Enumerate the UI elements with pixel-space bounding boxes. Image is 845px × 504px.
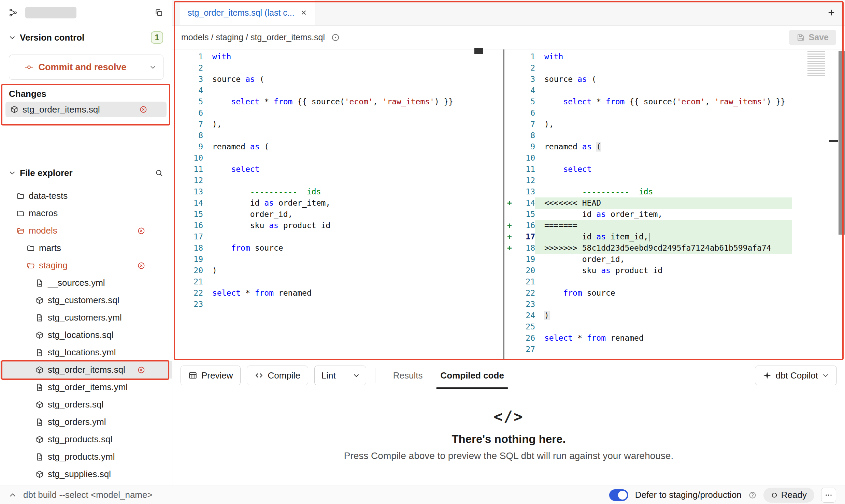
code-line[interactable]: 5 select * from {{ source('ecom', 'raw_i… [172,96,483,107]
compile-button[interactable]: Compile [247,366,308,385]
editor-pane-original[interactable]: 1with23source as (45 select * from {{ so… [172,49,483,360]
scrollbar-thumb[interactable] [839,51,845,235]
close-icon[interactable] [300,9,307,16]
code-line[interactable]: 4 [505,85,830,96]
tree-item-stg-order-items-yml[interactable]: stg_order_items.yml [0,379,172,396]
search-icon[interactable] [155,169,163,177]
code-line[interactable]: +16======= [505,220,830,231]
code-line[interactable]: 25 [505,321,830,332]
lineage-icon[interactable] [331,33,340,42]
changed-file-row[interactable]: stg_order_items.sql [5,102,167,117]
more-options-button[interactable] [821,488,836,503]
version-control-header[interactable]: Version control 1 [0,30,172,45]
file-explorer-header[interactable]: File explorer [0,165,172,180]
code-line[interactable]: 11 select [172,164,483,175]
code-line[interactable]: 1with [172,51,483,62]
code-line[interactable]: 10 [505,152,830,164]
preview-button[interactable]: Preview [181,366,241,385]
tree-item-stg-customers-sql[interactable]: stg_customers.sql [0,292,172,309]
code-line[interactable]: 13 ---------- ids [172,186,483,197]
code-line[interactable]: 3source as ( [172,74,483,85]
code-line[interactable]: +14<<<<<<< HEAD [505,197,830,209]
lint-button[interactable]: Lint [315,366,343,385]
code-line[interactable]: 2 [505,62,830,74]
code-line[interactable]: +18>>>>>>> 58c1dd23d5eebd9cd2495fa7124ab… [505,242,830,254]
copy-icon[interactable] [154,8,163,17]
code-line[interactable]: 8 [505,130,830,141]
code-line[interactable]: 6 [172,107,483,119]
code-line[interactable]: 9renamed as ( [172,141,483,152]
code-line[interactable]: 7), [172,119,483,130]
discard-change-icon[interactable] [137,262,145,270]
code-line[interactable]: 19 order_id, [505,254,830,265]
defer-toggle[interactable] [609,489,628,501]
code-line[interactable]: 7), [505,119,830,130]
code-line[interactable]: 20) [172,265,483,276]
code-line[interactable]: 22 from source [505,287,830,299]
code-line[interactable]: 20 sku as product_id [505,265,830,276]
code-line[interactable]: 21 [505,276,830,287]
tree-item-stg-products-sql[interactable]: stg_products.sql [0,431,172,448]
tree-item-stg-locations-yml[interactable]: stg_locations.yml [0,344,172,361]
tree-item-stg-orders-sql[interactable]: stg_orders.sql [0,396,172,413]
panel-tab-results[interactable]: Results [384,362,432,389]
tab-stg-order-items[interactable]: stg_order_items.sql (last c... [180,0,315,25]
code-line[interactable]: 16 sku as product_id [172,220,483,231]
commit-and-resolve-button[interactable]: Commit and resolve [9,55,163,80]
commit-main-segment[interactable]: Commit and resolve [9,55,142,79]
code-line[interactable]: 5 select * from {{ source('ecom', 'raw_i… [505,96,830,107]
code-line[interactable]: 10 [172,152,483,164]
lint-options-button[interactable] [347,366,366,385]
tree-item-stg-locations-sql[interactable]: stg_locations.sql [0,326,172,344]
help-icon[interactable] [748,491,757,499]
code-line[interactable]: 15 order_id, [172,209,483,220]
tree-item--sources-yml[interactable]: __sources.yml [0,274,172,292]
code-line[interactable]: 27 [505,344,830,355]
tree-item-stg-orders-yml[interactable]: stg_orders.yml [0,413,172,431]
code-line[interactable]: 17 [172,231,483,242]
code-line[interactable]: 11 select [505,164,830,175]
discard-change-icon[interactable] [139,105,147,114]
code-line[interactable]: 2 [172,62,483,74]
code-line[interactable]: 1with [505,51,830,62]
save-button[interactable]: Save [789,30,836,45]
project-icon[interactable] [9,8,18,17]
code-line[interactable]: 12 [505,175,830,186]
code-line[interactable]: 22select * from renamed [172,287,483,299]
ready-status-button[interactable]: Ready [763,488,814,503]
discard-change-icon[interactable] [137,227,145,235]
tree-item-marts[interactable]: marts [0,239,172,257]
code-line[interactable]: 21 [172,276,483,287]
code-line[interactable]: 12 [172,175,483,186]
tree-item-models[interactable]: models [0,222,172,239]
code-line[interactable]: 15 id as order_item, [505,209,830,220]
code-line[interactable]: 23 [505,299,830,310]
code-line[interactable]: 23 [172,299,483,310]
tree-item-staging[interactable]: staging [0,257,172,274]
code-line[interactable]: +17 id as item_id, [505,231,830,242]
build-command[interactable]: dbt build --select <model_name> [23,490,153,500]
tree-item-stg-order-items-sql[interactable]: stg_order_items.sql [0,361,172,379]
panel-tab-compiled-code[interactable]: Compiled code [431,362,513,389]
tree-item-stg-customers-yml[interactable]: stg_customers.yml [0,309,172,326]
code-line[interactable]: 14 id as order_item, [172,197,483,209]
code-line[interactable]: 13 ---------- ids [505,186,830,197]
split-sash[interactable] [503,49,504,360]
tree-item-stg-supplies-sql[interactable]: stg_supplies.sql [0,465,172,483]
code-line[interactable]: 26select * from renamed [505,332,830,344]
new-tab-icon[interactable] [827,8,836,17]
tree-item-data-tests[interactable]: data-tests [0,187,172,205]
code-line[interactable]: 9renamed as ( [505,141,830,152]
tree-item-macros[interactable]: macros [0,205,172,222]
code-line[interactable]: 3source as ( [505,74,830,85]
code-line[interactable]: 8 [172,130,483,141]
code-line[interactable]: 24) [505,310,830,321]
code-line[interactable]: 19 [172,254,483,265]
expand-command-icon[interactable] [9,491,16,499]
code-line[interactable]: 4 [172,85,483,96]
dbt-copilot-button[interactable]: dbt Copilot [755,366,837,385]
commit-options-button[interactable] [142,55,163,79]
code-line[interactable]: 6 [505,107,830,119]
editor-pane-modified[interactable]: 1with23source as (45 select * from {{ so… [505,49,830,360]
code-line[interactable]: 18 from source [172,242,483,254]
